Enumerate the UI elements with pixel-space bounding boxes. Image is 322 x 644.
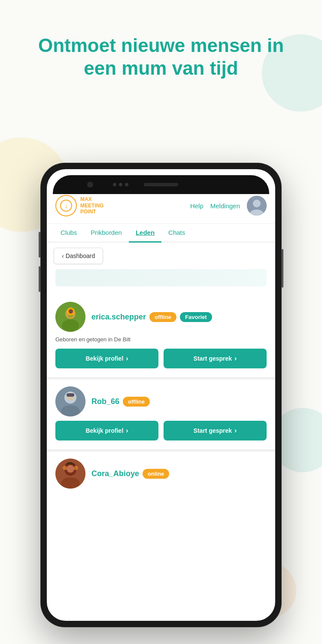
favoriet-badge-erica: Favoriet (180, 312, 212, 322)
phone-vol-up-button (39, 232, 40, 258)
tab-leden[interactable]: Leden (129, 224, 161, 243)
phone-mockup: ↓ MAX MEETING POINT Help Meldingen (41, 163, 281, 627)
svg-point-17 (67, 465, 74, 473)
member-name-row-erica: erica.schepper offline Favoriet (91, 312, 267, 322)
bekijk-profiel-label-erica: Bekijk profiel (85, 355, 123, 362)
start-gesprek-label-erica: Start gesprek (194, 355, 232, 362)
notch-speaker (144, 183, 178, 186)
member-name-row-cora: Cora_Abioye online (91, 469, 267, 479)
notch-dot-1 (113, 183, 116, 186)
hero-title: Ontmoet nieuwe mensen in een mum van tij… (26, 34, 296, 80)
member-name-rob: Rob_66 (91, 397, 119, 406)
members-list: 🌻 erica.schepper offline Favoriet (47, 292, 275, 621)
tab-prikborden[interactable]: Prikborden (84, 224, 129, 243)
user-avatar-img (247, 196, 267, 216)
member-name-row-rob: Rob_66 offline (91, 397, 267, 407)
avatar-rob-img (55, 386, 85, 416)
member-header-rob: Rob_66 offline (55, 386, 267, 416)
svg-text:🌻: 🌻 (65, 307, 77, 318)
member-name-erica: erica.schepper (91, 313, 146, 322)
chevron-icon-bekijk-erica: › (126, 355, 128, 362)
member-card-erica: 🌻 erica.schepper offline Favoriet (47, 295, 275, 380)
status-badge-erica: offline (149, 312, 176, 322)
svg-text:↓: ↓ (64, 202, 68, 209)
phone-notch (53, 175, 269, 194)
member-avatar-cora (55, 459, 85, 489)
start-gesprek-label-rob: Start gesprek (194, 427, 232, 434)
svg-point-18 (63, 466, 67, 470)
meldingen-link[interactable]: Meldingen (210, 202, 240, 210)
phone-screen: ↓ MAX MEETING POINT Help Meldingen (47, 169, 275, 621)
notch-camera-right (87, 182, 93, 188)
tab-clubs[interactable]: Clubs (54, 224, 84, 243)
member-name-cora: Cora_Abioye (91, 469, 139, 478)
user-avatar-header[interactable] (247, 196, 267, 216)
back-icon: ‹ (62, 252, 64, 259)
bekijk-profiel-rob[interactable]: Bekijk profiel › (55, 421, 158, 440)
status-badge-cora: online (143, 469, 169, 479)
logo-area: ↓ MAX MEETING POINT (55, 195, 104, 216)
phone-vol-down-button (39, 266, 40, 292)
chevron-icon-bekijk-rob: › (126, 427, 128, 434)
help-link[interactable]: Help (190, 202, 204, 210)
logo-text: MAX MEETING POINT (80, 196, 104, 215)
back-button[interactable]: ‹ Dashboard (54, 248, 103, 264)
logo-icon: ↓ (55, 195, 77, 216)
status-badge-rob: offline (123, 397, 150, 407)
phone-power-button (282, 249, 283, 288)
notch-dot-2 (119, 183, 122, 186)
svg-point-19 (74, 466, 78, 470)
logo-svg: ↓ (60, 199, 73, 212)
member-desc-erica: Geboren en getogen in De Bilt (55, 336, 267, 343)
avatar-erica-img: 🌻 (55, 302, 85, 332)
member-card-rob: Rob_66 offline Bekijk profiel › Start ge… (47, 380, 275, 452)
start-gesprek-erica[interactable]: Start gesprek › (164, 349, 267, 368)
member-card-cora: Cora_Abioye online (47, 452, 275, 501)
back-label: Dashboard (66, 252, 95, 259)
bekijk-profiel-label-rob: Bekijk profiel (85, 427, 123, 434)
svg-point-7 (62, 319, 79, 331)
hero-section: Ontmoet nieuwe mensen in een mum van tij… (0, 0, 322, 93)
svg-rect-13 (67, 393, 74, 397)
member-actions-rob: Bekijk profiel › Start gesprek › (55, 421, 267, 440)
tab-chats[interactable]: Chats (161, 224, 192, 243)
member-header-erica: 🌻 erica.schepper offline Favoriet (55, 302, 267, 332)
start-gesprek-rob[interactable]: Start gesprek › (164, 421, 267, 440)
sub-nav: Clubs Prikborden Leden Chats (47, 224, 275, 243)
bekijk-profiel-erica[interactable]: Bekijk profiel › (55, 349, 158, 368)
member-info-erica: erica.schepper offline Favoriet (91, 312, 267, 322)
member-header-cora: Cora_Abioye online (55, 459, 267, 489)
filter-bar (55, 269, 267, 286)
svg-point-3 (253, 200, 261, 207)
notch-camera-dots (113, 183, 128, 186)
avatar-cora-img (55, 459, 85, 489)
chevron-icon-gesprek-erica: › (234, 355, 237, 362)
member-info-rob: Rob_66 offline (91, 397, 267, 407)
member-info-cora: Cora_Abioye online (91, 469, 267, 479)
notch-dot-3 (125, 183, 128, 186)
member-avatar-rob (55, 386, 85, 416)
member-actions-erica: Bekijk profiel › Start gesprek › (55, 349, 267, 368)
phone-body: ↓ MAX MEETING POINT Help Meldingen (41, 163, 281, 627)
chevron-icon-gesprek-rob: › (234, 427, 237, 434)
member-avatar-erica: 🌻 (55, 302, 85, 332)
header-nav: Help Meldingen (190, 196, 267, 216)
